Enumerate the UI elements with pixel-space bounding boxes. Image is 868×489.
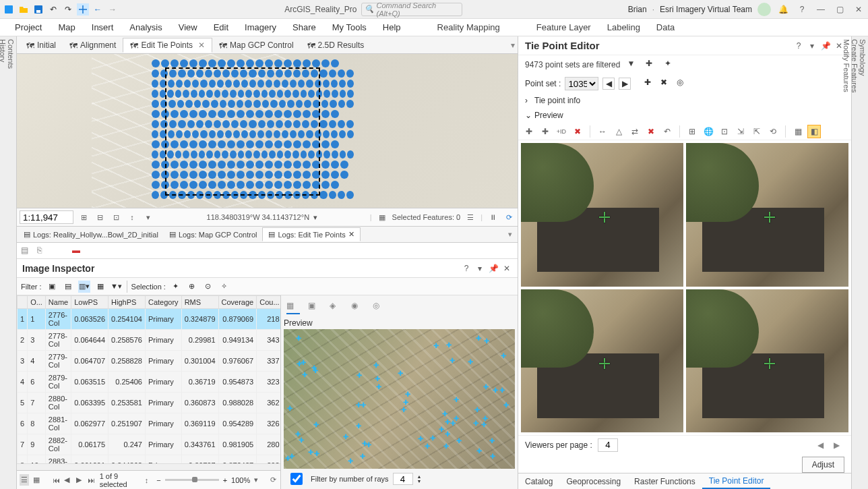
user-name[interactable]: Brian — [628, 5, 647, 14]
filter-clear-icon[interactable]: ▦ — [94, 281, 106, 293]
prev-page-icon[interactable]: ◀ — [817, 440, 828, 450]
ribbon-tab-labeling[interactable]: Labeling — [599, 19, 648, 36]
ribbon-tab-help[interactable]: Help — [375, 19, 409, 36]
table-row[interactable]: 8102883-Col0.0610910.244362Primary0.3673… — [18, 455, 281, 464]
ribbon-tab-analysis[interactable]: Analysis — [121, 19, 170, 36]
table-row[interactable]: 232778-Col0.0646440.258576Primary0.29981… — [18, 330, 281, 351]
pointset-select[interactable]: 1035 — [565, 77, 598, 90]
help-icon[interactable]: ? — [793, 41, 804, 51]
zoom-to-icon[interactable]: ⊕ — [186, 281, 198, 293]
minimize-icon[interactable]: — — [814, 5, 828, 14]
ribbon-tab-imagery[interactable]: Imagery — [237, 19, 284, 36]
table-row[interactable]: 462879-Col0.0635150.25406Primary0.367190… — [18, 372, 281, 393]
prev-icon[interactable]: ◀ — [64, 476, 71, 484]
ribbon-tab-view[interactable]: View — [170, 19, 206, 36]
horizontal-scrollbar[interactable] — [17, 463, 280, 470]
close-icon[interactable]: ✕ — [348, 230, 354, 239]
pin-icon[interactable]: 📌 — [820, 41, 831, 51]
ribbon-tab-mytools[interactable]: My Tools — [324, 19, 375, 36]
sidebar-history[interactable]: History — [0, 39, 7, 478]
unlink-icon[interactable]: ✖ — [644, 125, 658, 138]
chevron-down-icon[interactable]: ▾ — [142, 211, 154, 223]
pin-icon[interactable]: 📌 — [488, 264, 499, 273]
select-icon[interactable]: ✦ — [170, 281, 182, 293]
rotate-icon[interactable]: ⟲ — [766, 125, 780, 138]
tpe-section-preview[interactable]: ⌄ Preview — [518, 108, 851, 123]
notifications-icon[interactable]: 🔔 — [776, 5, 790, 14]
redo-icon[interactable]: ↷ — [62, 3, 74, 16]
refresh-icon[interactable]: ⟳ — [270, 476, 278, 484]
preview-image[interactable]: document.write(Array.from({length:60},()… — [284, 329, 515, 469]
refresh-icon[interactable]: ⟳ — [503, 211, 515, 223]
link-icon[interactable]: ⇄ — [628, 125, 642, 138]
clear-icon[interactable]: ▬ — [72, 246, 83, 256]
close-icon[interactable]: ✕ — [501, 264, 512, 273]
locate-point-icon[interactable]: ◎ — [677, 78, 689, 90]
table-row[interactable]: 112776-Col0.0635260.254104Primary0.32487… — [18, 309, 281, 330]
preview-tile[interactable] — [521, 289, 683, 433]
open-project-icon[interactable] — [18, 3, 30, 16]
filter-icon[interactable]: ▼ — [627, 59, 639, 71]
measure-icon[interactable]: ↔ — [596, 125, 609, 138]
preview-mode3-icon[interactable]: ◈ — [330, 301, 343, 314]
delete-point-icon[interactable]: ✖ — [660, 78, 673, 90]
avatar[interactable] — [757, 3, 771, 16]
forward-icon[interactable]: → — [106, 3, 119, 16]
next-pointset-icon[interactable]: ▶ — [619, 78, 631, 90]
inspector-table[interactable]: O...NameLowPSHighPSCategoryRMSCoverageCo… — [17, 295, 280, 463]
viewers-input[interactable] — [598, 438, 618, 452]
table-view-icon[interactable]: ▤ — [21, 246, 32, 256]
add-manual-icon[interactable]: ✚ — [538, 125, 552, 138]
table-header[interactable]: HighPS — [108, 296, 146, 309]
bottom-tab-catalog[interactable]: Catalog — [518, 475, 559, 488]
spinner-icon[interactable]: ▲▼ — [417, 474, 422, 484]
back-icon[interactable]: ← — [92, 3, 104, 16]
sidebar-contents[interactable]: Contents — [7, 39, 15, 478]
table-row[interactable]: 342779-Col0.0647070.258828Primary0.30100… — [18, 351, 281, 372]
filter-extent-icon[interactable]: ▣ — [46, 281, 58, 293]
new-project-icon[interactable] — [3, 3, 15, 16]
table-header[interactable]: O... — [28, 296, 46, 309]
delete-icon[interactable]: ✖ — [571, 125, 584, 138]
preview-tile[interactable] — [686, 289, 848, 433]
chevron-down-icon[interactable]: ▾ — [504, 230, 516, 239]
table-header[interactable]: RMS — [181, 296, 218, 309]
chevron-down-icon[interactable]: ▾ — [474, 264, 485, 273]
filter-active-icon[interactable]: ▥▾ — [78, 281, 90, 293]
tpe-section-info[interactable]: › Tie point info — [518, 93, 851, 108]
coordinates[interactable]: 118.3480319°W 34.1143712°N ▾ — [158, 213, 366, 222]
zoom-fit-icon[interactable]: ⊡ — [718, 125, 731, 138]
help-icon[interactable]: ? — [795, 5, 809, 14]
grid-view-icon[interactable]: ▦ — [33, 476, 40, 484]
add-point-icon[interactable]: ✚ — [644, 78, 656, 90]
log-tab-initial[interactable]: ▤Logs: Reality_Hollyw...Bowl_2D_initial — [18, 228, 164, 241]
first-icon[interactable]: ⏮ — [53, 476, 60, 484]
close-icon[interactable]: ✕ — [852, 5, 865, 14]
ribbon-tab-edit[interactable]: Edit — [206, 19, 237, 36]
preview-mode2-icon[interactable]: ▣ — [308, 301, 321, 314]
copy-icon[interactable]: ⎘ — [37, 246, 48, 256]
sidebar-symbology[interactable]: Symbology — [859, 39, 867, 478]
view-tab-alignment[interactable]: 🗺Alignment — [63, 38, 123, 52]
zoom-in-icon[interactable]: ⇲ — [734, 125, 747, 138]
clear-filter-icon[interactable]: ✦ — [664, 59, 677, 71]
sort-icon[interactable]: ↕ — [145, 476, 152, 484]
filter-rays-input[interactable] — [393, 473, 413, 485]
scale-selector[interactable] — [20, 210, 73, 224]
table-row[interactable]: 682881-Col0.0629770.251907Primary0.36911… — [18, 413, 281, 434]
add-filter-icon[interactable]: ✚ — [646, 59, 658, 71]
ribbon-tab-insert[interactable]: Insert — [84, 19, 122, 36]
filter-dropdown-icon[interactable]: ▼▾ — [111, 281, 123, 293]
table-row[interactable]: 792882-Col0.061750.247Primary0.3437610.9… — [18, 434, 281, 455]
save-icon[interactable] — [32, 3, 44, 16]
map-view[interactable]: document.write(Array.from({length:14},(_… — [17, 54, 518, 208]
log-tab-tiepoints[interactable]: ▤Logs: Edit Tie Points✕ — [262, 227, 360, 241]
bottom-tab-geoprocessing[interactable]: Geoprocessing — [559, 475, 627, 488]
prev-pointset-icon[interactable]: ◀ — [602, 78, 615, 90]
add-id-icon[interactable]: +ID — [555, 125, 568, 138]
preview-mode4-icon[interactable]: ◉ — [351, 301, 365, 314]
preview-tile[interactable] — [686, 143, 848, 287]
snap-icon[interactable]: ⊟ — [94, 211, 106, 223]
bottom-tab-raster[interactable]: Raster Functions — [627, 475, 702, 488]
grid-icon[interactable]: ⊡ — [110, 211, 122, 223]
